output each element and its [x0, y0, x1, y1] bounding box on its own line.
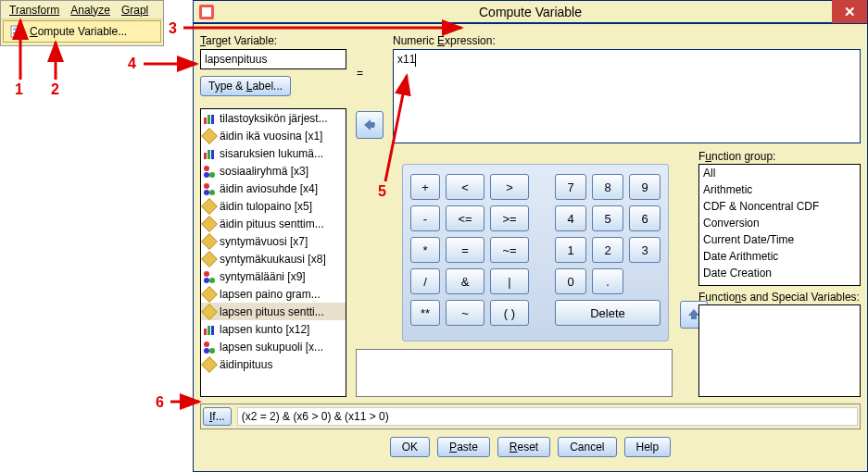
function-group-item[interactable]: Conversion [699, 215, 860, 231]
function-group-list[interactable]: AllArithmeticCDF & Noncentral CDFConvers… [698, 164, 861, 286]
keypad--button[interactable]: & [446, 268, 484, 294]
functions-special-list[interactable] [698, 304, 861, 397]
annotation-3: 3 [169, 20, 177, 37]
ruler-icon [201, 198, 218, 215]
target-variable-input[interactable] [200, 49, 346, 69]
keypad-dot-button[interactable]: . [592, 268, 623, 294]
variable-label: äidin ikä vuosina [x1] [220, 130, 322, 143]
svg-rect-0 [11, 26, 22, 37]
keypad--button[interactable]: ~= [490, 237, 529, 263]
keypad-7-button[interactable]: 7 [555, 174, 586, 200]
main-menu-fragment: Transform Analyze Grapl Compute Variable… [0, 0, 164, 46]
variable-item[interactable]: syntymälääni [x9] [201, 267, 346, 285]
variable-item[interactable]: äidin tulopaino [x5] [201, 197, 346, 215]
keypad--button[interactable]: >= [490, 205, 529, 231]
variable-item[interactable]: lapsen kunto [x12] [201, 320, 346, 338]
function-group-item[interactable]: Current Date/Time [699, 231, 860, 248]
menu-transform[interactable]: Transform [4, 2, 65, 19]
variable-item[interactable]: äidin aviosuhde [x4] [201, 180, 346, 197]
keypad-delete-button[interactable]: Delete [555, 300, 660, 326]
variable-label: äidin tulopaino [x5] [220, 200, 312, 213]
target-variable-label: Target Variable: [200, 34, 277, 47]
functions-special-label: Functions and Special Variables: [698, 291, 861, 304]
ruler-icon [201, 356, 218, 373]
function-group-item[interactable]: All [699, 165, 860, 181]
bars-icon [203, 112, 216, 125]
keypad-9-button[interactable]: 9 [629, 174, 660, 200]
type-label-button[interactable]: Type & Label... [200, 76, 291, 96]
variable-label: syntymävuosi [x7] [220, 235, 308, 248]
compute-variable-dialog: Compute Variable ✕ Target Variable: Type… [193, 0, 868, 472]
svg-rect-3 [16, 32, 18, 34]
keypad--button[interactable]: ( ) [490, 300, 529, 326]
help-button[interactable]: Help [624, 437, 672, 457]
annotation-6: 6 [156, 394, 164, 411]
variable-item[interactable]: lapsen pituus sentti... [201, 303, 346, 320]
variable-label: äidinpituus [220, 358, 272, 371]
submenu-compute-variable[interactable]: Compute Variable... [3, 20, 161, 43]
if-condition-section: If... (x2 = 2) & (x6 > 0) & (x11 > 0) [200, 404, 861, 429]
numeric-expression-input[interactable]: x11 [393, 49, 861, 143]
variable-label: äidin aviosuhde [x4] [220, 182, 318, 195]
keypad-1-button[interactable]: 1 [555, 237, 586, 263]
ruler-icon [201, 128, 218, 144]
variable-item[interactable]: syntymävuosi [x7] [201, 232, 346, 250]
variable-label: tilastoyksikön järjest... [220, 112, 328, 125]
submenu-label: Compute Variable... [30, 25, 127, 38]
paste-button[interactable]: Paste [437, 437, 490, 457]
variable-item[interactable]: lapsen sukupuoli [x... [201, 338, 346, 355]
keypad--button[interactable]: * [410, 237, 440, 263]
keypad-0-button[interactable]: 0 [555, 268, 586, 294]
keypad--button[interactable]: ~ [446, 300, 484, 326]
keypad-6-button[interactable]: 6 [629, 205, 660, 231]
menu-graphs[interactable]: Grapl [116, 2, 154, 19]
keypad--button[interactable]: <= [446, 205, 484, 231]
ruler-icon [201, 251, 218, 267]
function-group-item[interactable]: Date Arithmetic [699, 248, 860, 265]
variable-item[interactable]: äidinpituus [201, 355, 346, 373]
reset-button[interactable]: Reset [497, 437, 550, 457]
keypad--button[interactable]: + [410, 174, 440, 200]
bars-icon [203, 323, 216, 336]
if-button[interactable]: If... [203, 407, 232, 426]
ok-button[interactable]: OK [390, 437, 430, 457]
keypad--button[interactable]: > [490, 174, 529, 200]
variable-item[interactable]: sisaruksien lukumä... [201, 144, 346, 162]
ruler-icon [201, 286, 218, 303]
keypad--button[interactable]: | [490, 268, 529, 294]
keypad--button[interactable]: = [446, 237, 484, 263]
variable-item[interactable]: syntymäkuukausi [x8] [201, 250, 346, 267]
move-variable-button[interactable] [356, 111, 384, 139]
variable-list[interactable]: tilastoyksikön järjest...äidin ikä vuosi… [200, 108, 346, 397]
keypad-5-button[interactable]: 5 [592, 205, 623, 231]
function-group-item[interactable]: Date Creation [699, 265, 860, 281]
function-group-item[interactable]: CDF & Noncentral CDF [699, 198, 860, 215]
variable-item[interactable]: sosiaaliryhmä [x3] [201, 162, 346, 180]
menu-bar: Transform Analyze Grapl [1, 1, 163, 19]
numeric-expression-label: Numeric Expression: [393, 34, 496, 47]
keypad-8-button[interactable]: 8 [592, 174, 623, 200]
keypad--button[interactable]: / [410, 268, 440, 294]
variable-item[interactable]: äidin ikä vuosina [x1] [201, 127, 346, 144]
keypad-4-button[interactable]: 4 [555, 205, 586, 231]
variable-label: lapsen sukupuoli [x... [220, 341, 323, 354]
variable-item[interactable]: äidin pituus senttim... [201, 215, 346, 232]
keypad--button[interactable]: - [410, 205, 440, 231]
keypad--button[interactable]: ** [410, 300, 440, 326]
variable-item[interactable]: tilastoyksikön järjest... [201, 109, 346, 127]
annotation-2: 2 [51, 81, 59, 98]
svg-rect-2 [13, 32, 15, 34]
keypad-2-button[interactable]: 2 [592, 237, 623, 263]
close-button[interactable]: ✕ [832, 0, 867, 23]
annotation-4: 4 [128, 56, 136, 72]
keypad-panel: +<>789-<=>=456*=~=123/&|0.**~( )Delete [402, 164, 669, 342]
compute-icon [9, 24, 24, 39]
menu-analyze[interactable]: Analyze [65, 2, 116, 19]
ruler-icon [201, 216, 218, 232]
annotation-5: 5 [378, 183, 386, 200]
function-group-item[interactable]: Arithmetic [699, 181, 860, 198]
keypad--button[interactable]: < [446, 174, 484, 200]
cancel-button[interactable]: Cancel [558, 437, 616, 457]
variable-item[interactable]: lapsen paino gram... [201, 285, 346, 303]
keypad-3-button[interactable]: 3 [629, 237, 660, 263]
